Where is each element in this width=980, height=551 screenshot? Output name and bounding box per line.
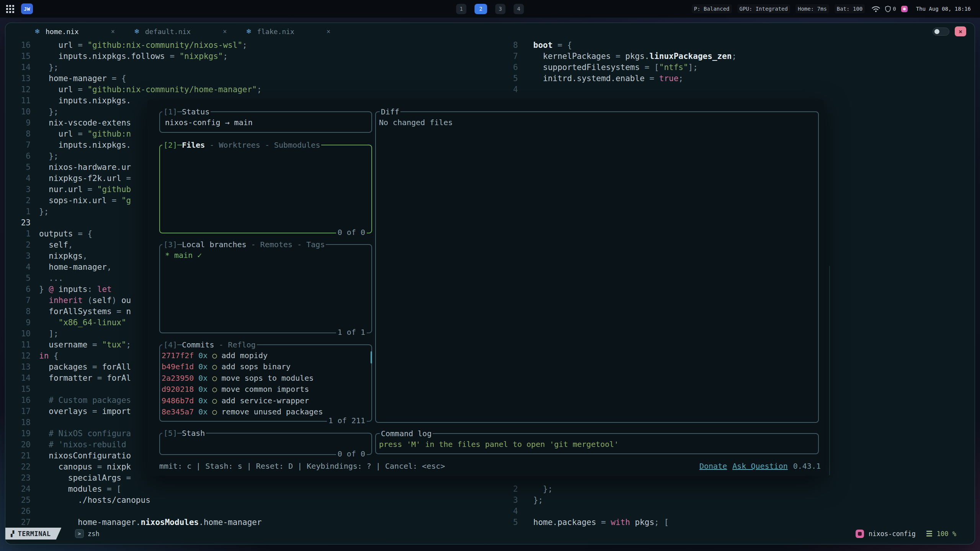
lazygit-command-log-panel[interactable]: Command log press 'M' in the files panel… bbox=[375, 433, 819, 454]
nix-snowflake-icon: ❄ bbox=[246, 28, 252, 35]
branches-count: 1 of 1 bbox=[336, 327, 367, 338]
workspace-switcher: 1 2 3 4 bbox=[456, 4, 524, 14]
lazygit-keybindings-bar: mmit: c | Stash: s | Reset: D | Keybindi… bbox=[159, 461, 821, 472]
code-line: 13 home-manager = { bbox=[5, 73, 495, 84]
donate-link[interactable]: Donate bbox=[699, 461, 727, 472]
column-ruler bbox=[829, 266, 830, 475]
code-line: 5 initrd.systemd.enable = true; bbox=[495, 73, 975, 84]
apps-grid-icon[interactable] bbox=[6, 5, 14, 13]
keybinding-hints: mmit: c | Stash: s | Reset: D | Keybindi… bbox=[159, 461, 445, 472]
code-line: 16 url = "github:nix-community/nixos-wsl… bbox=[5, 40, 495, 51]
stash-count: 0 of 0 bbox=[336, 448, 367, 460]
panel-title: [1]─Status bbox=[162, 106, 211, 117]
repo-name: nixos-config bbox=[869, 530, 916, 538]
tab-flake-nix[interactable]: ❄ flake.nix × bbox=[246, 28, 330, 36]
repo-icon bbox=[856, 530, 864, 538]
code-line: 24 modules = [ bbox=[5, 484, 495, 495]
mode-label: TERMINAL bbox=[18, 530, 51, 538]
shield-count: 0 bbox=[893, 6, 896, 12]
panel-title: Diff bbox=[380, 106, 400, 117]
commit-row[interactable]: b49ef1d 0x ○ add sops binary bbox=[162, 361, 370, 372]
shell-prompt-icon: > bbox=[75, 529, 84, 538]
code-line: 7 kernelPackages = pkgs.linuxPackages_ze… bbox=[495, 51, 975, 62]
code-line: 4 bbox=[495, 506, 975, 517]
lazygit-branches-panel[interactable]: [3]─Local branches - Remotes - Tags * ma… bbox=[159, 244, 372, 333]
ask-question-link[interactable]: Ask Question bbox=[732, 461, 788, 472]
tab-label: flake.nix bbox=[257, 28, 294, 36]
editor-pane-right-top[interactable]: 8boot = {7 kernelPackages = pkgs.linuxPa… bbox=[495, 40, 975, 95]
lazygit-status-panel[interactable]: [1]─Status nixos-config → main bbox=[159, 111, 372, 133]
desktop: { "topbar": { "logo": "JW", "workspaces"… bbox=[0, 0, 980, 551]
workspace-3[interactable]: 3 bbox=[495, 4, 506, 14]
logo-badge[interactable]: JW bbox=[21, 3, 33, 14]
lazygit-files-panel[interactable]: [2]─Files - Worktrees - Submodules 0 of … bbox=[159, 145, 372, 233]
titlebar-toggle[interactable] bbox=[933, 28, 949, 36]
clock[interactable]: Thu Aug 08, 18:16 bbox=[916, 6, 971, 12]
shield-icon bbox=[885, 6, 891, 12]
code-line: 4 bbox=[495, 84, 975, 95]
repo-branch-status: nixos-config → main bbox=[165, 117, 366, 128]
workspace-1[interactable]: 1 bbox=[456, 4, 467, 14]
code-line: 5home.packages = with pkgs; [ bbox=[495, 517, 975, 528]
nix-snowflake-icon: ❄ bbox=[34, 28, 41, 35]
lazygit-stash-panel[interactable]: [5]─Stash 0 of 0 bbox=[159, 433, 372, 455]
workspace-2[interactable]: 2 bbox=[475, 4, 487, 14]
recorder-indicator-icon[interactable] bbox=[901, 6, 908, 12]
mode-segment: ▞ TERMINAL bbox=[5, 528, 61, 540]
command-log-message: press 'M' in the files panel to open 'gi… bbox=[379, 439, 815, 450]
tab-label: default.nix bbox=[145, 28, 191, 36]
code-line: 12 url = "github:nix-community/home-mana… bbox=[5, 84, 495, 95]
code-line: 8boot = { bbox=[495, 40, 975, 51]
tab-label: home.nix bbox=[46, 28, 79, 36]
branch-item[interactable]: * main ✓ bbox=[165, 250, 366, 261]
panel-title: [3]─Local branches - Remotes - Tags bbox=[162, 239, 326, 250]
nix-snowflake-icon: ❄ bbox=[134, 28, 140, 35]
commits-count: 1 of 211 bbox=[327, 415, 367, 426]
power-profile-module[interactable]: P: Balanced bbox=[692, 4, 732, 13]
commit-row[interactable]: 2717f2f 0x ○ add mopidy bbox=[162, 350, 370, 361]
workspace-4[interactable]: 4 bbox=[514, 4, 524, 14]
lazygit-diff-panel[interactable]: Diff No changed files bbox=[375, 111, 819, 423]
tab-close-icon[interactable]: × bbox=[223, 28, 227, 35]
editor-pane-right-bottom[interactable]: 2 };3};45home.packages = with pkgs; [ bbox=[495, 484, 975, 528]
scroll-percent: 100 % bbox=[937, 530, 956, 538]
panel-title: [5]─Stash bbox=[162, 428, 206, 439]
tab-default-nix[interactable]: ❄ default.nix × bbox=[134, 28, 227, 36]
wifi-icon[interactable] bbox=[872, 6, 880, 12]
commit-row[interactable]: 2a23950 0x ○ move sops to modules bbox=[162, 373, 370, 384]
terminal-statusbar: ▞ TERMINAL > zsh nixos-config 100 % bbox=[5, 528, 975, 540]
tab-close-icon[interactable]: × bbox=[327, 28, 330, 35]
panel-title: Command log bbox=[380, 428, 433, 439]
lazygit-popup: [1]─Status nixos-config → main [2]─Files… bbox=[147, 100, 824, 476]
files-count: 0 of 0 bbox=[336, 227, 367, 238]
gpu-module[interactable]: GPU: Integrated bbox=[737, 4, 790, 13]
shell-indicator: > zsh bbox=[75, 528, 100, 540]
lazygit-version: 0.43.1 bbox=[793, 461, 821, 472]
code-line: 6 supportedFilesystems = ["ntfs"]; bbox=[495, 62, 975, 73]
commits-scrollbar[interactable] bbox=[371, 351, 372, 364]
network-latency-module[interactable]: Home: 7ms bbox=[795, 4, 829, 13]
commit-row[interactable]: d920218 0x ○ move common imports bbox=[162, 384, 370, 395]
diff-message: No changed files bbox=[379, 117, 815, 128]
commit-row[interactable]: 9486b7d 0x ○ add service-wrapper bbox=[162, 395, 370, 406]
top-status-bar: JW 1 2 3 4 P: Balanced GPU: Integrated H… bbox=[0, 0, 980, 18]
tab-home-nix[interactable]: ❄ home.nix × bbox=[34, 28, 115, 36]
panel-title: [2]─Files - Worktrees - Submodules bbox=[162, 140, 321, 151]
shell-label: zsh bbox=[88, 530, 100, 538]
panel-title: [4]─Commits - Reflog bbox=[162, 339, 257, 350]
lazygit-commits-panel[interactable]: [4]─Commits - Reflog 2717f2f 0x ○ add mo… bbox=[159, 344, 372, 422]
terminal-mode-icon: ▞ bbox=[11, 530, 15, 537]
code-line: 3}; bbox=[495, 495, 975, 506]
editor-tabbar: ❄ home.nix × ❄ default.nix × ❄ flake.nix… bbox=[5, 23, 975, 40]
window-close-button[interactable]: × bbox=[955, 26, 966, 36]
code-line: 2 }; bbox=[495, 484, 975, 495]
code-line: 15 inputs.nixpkgs.follows = "nixpkgs"; bbox=[5, 51, 495, 62]
code-line: 27 home-manager.nixosModules.home-manage… bbox=[5, 517, 495, 528]
code-line: 14 }; bbox=[5, 62, 495, 73]
code-line: 26 bbox=[5, 506, 495, 517]
tab-close-icon[interactable]: × bbox=[111, 28, 115, 35]
code-line: 25 ./hosts/canopus bbox=[5, 495, 495, 506]
scroll-position-icon bbox=[926, 531, 932, 536]
battery-module[interactable]: Bat: 100 bbox=[835, 4, 865, 13]
security-indicator[interactable]: 0 bbox=[885, 6, 896, 12]
